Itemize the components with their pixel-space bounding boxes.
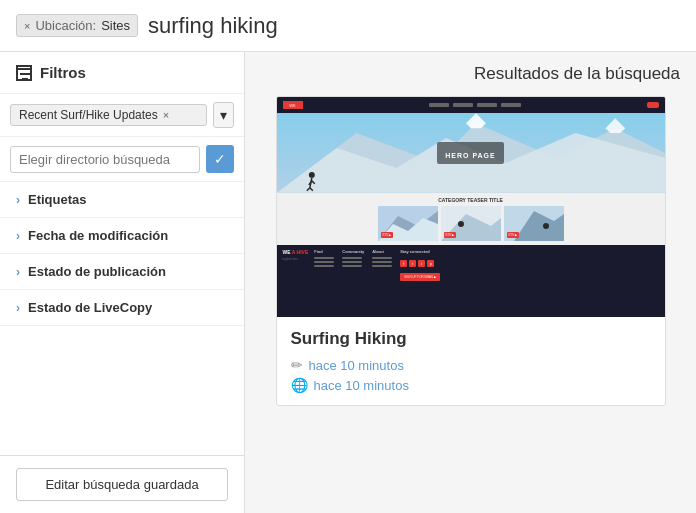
col-link	[342, 265, 362, 267]
filter-title: Filtros	[40, 64, 86, 81]
col-title-find: Find	[314, 249, 334, 254]
edit-time-link[interactable]: hace 10 minutos	[309, 358, 404, 373]
tag-label: Recent Surf/Hike Updates	[19, 108, 158, 122]
mini-nav-link	[453, 103, 473, 107]
store-col-find: Find	[314, 249, 334, 281]
instagram-icon: i	[418, 260, 425, 267]
col-title-about: About	[372, 249, 392, 254]
filter-item-label: Estado de LiveCopy	[28, 300, 152, 315]
active-filter-tag[interactable]: Recent Surf/Hike Updates ×	[10, 104, 207, 126]
mini-nav-links	[307, 103, 643, 107]
col-link	[342, 261, 362, 263]
sidebar: Filtros Recent Surf/Hike Updates × ▾ ✓ ›…	[0, 52, 245, 513]
store-columns: Find Community About	[314, 249, 658, 281]
main-layout: Filtros Recent Surf/Hike Updates × ▾ ✓ ›…	[0, 52, 696, 513]
filter-item-estado-de-livecopy[interactable]: ›Estado de LiveCopy	[0, 290, 244, 326]
store-logo: WE A HIVE	[283, 249, 309, 255]
col-link	[342, 257, 362, 259]
chevron-right-icon: ›	[16, 193, 20, 207]
search-confirm-button[interactable]: ✓	[206, 145, 234, 173]
hero-text: HERO PAGE	[445, 152, 496, 159]
category-title: CATEGORY TEASER TITLE	[283, 197, 659, 203]
chevron-down-icon: ▾	[220, 107, 227, 123]
chevron-right-icon: ›	[16, 301, 20, 315]
category-badge-3: BTN ▶	[507, 232, 520, 238]
content-area: Resultados de la búsqueda WE	[245, 52, 696, 513]
category-image-2: BTN ▶	[441, 206, 501, 241]
store-cta: SIGN UP FOR EMAIL ▶	[400, 273, 440, 281]
chevron-right-icon: ›	[16, 229, 20, 243]
store-col-about: About	[372, 249, 392, 281]
facebook-icon: f	[400, 260, 407, 267]
category-badge-1: BTN ▶	[381, 232, 394, 238]
tag-close-icon[interactable]: ×	[163, 109, 169, 121]
filter-item-label: Estado de publicación	[28, 264, 166, 279]
publish-time-link[interactable]: hace 10 minutos	[314, 378, 409, 393]
col-link	[314, 261, 334, 263]
search-row: ✓	[0, 137, 244, 182]
edit-saved-search-button[interactable]: Editar búsqueda guardada	[16, 468, 228, 501]
mini-nav-link	[501, 103, 521, 107]
card-info: Surfing Hiking ✏ hace 10 minutos 🌐 hace …	[277, 317, 665, 405]
filter-icon	[16, 65, 32, 81]
mini-search-icon	[647, 102, 659, 108]
edit-icon: ✏	[291, 357, 303, 373]
site-preview: WE	[277, 97, 665, 317]
checkmark-icon: ✓	[214, 151, 226, 167]
filter-item-fecha-de-modificación[interactable]: ›Fecha de modificación	[0, 218, 244, 254]
filter-items: ›Etiquetas›Fecha de modificación›Estado …	[0, 182, 244, 326]
results-title: Resultados de la búsqueda	[261, 64, 680, 84]
col-link	[372, 261, 392, 263]
tag-dropdown-button[interactable]: ▾	[213, 102, 234, 128]
col-title-social: Stay connected	[400, 249, 440, 254]
header: × Ubicación: Sites surfing hiking	[0, 0, 696, 52]
meta-publish-row: 🌐 hace 10 minutos	[291, 377, 651, 393]
filter-item-etiquetas[interactable]: ›Etiquetas	[0, 182, 244, 218]
card-title: Surfing Hiking	[291, 329, 651, 349]
col-link	[372, 257, 392, 259]
svg-point-19	[458, 221, 464, 227]
category-images: BTN ▶ BTN ▶	[283, 206, 659, 241]
col-link	[372, 265, 392, 267]
result-card: WE	[276, 96, 666, 406]
meta-edit-row: ✏ hace 10 minutos	[291, 357, 651, 373]
svg-point-8	[308, 172, 314, 178]
social-icons: f t i p	[400, 260, 440, 267]
svg-rect-0	[18, 68, 32, 70]
col-title-community: Community	[342, 249, 364, 254]
category-image-3: BTN ▶	[504, 206, 564, 241]
mini-nav: WE	[277, 97, 665, 113]
mini-nav-link	[429, 103, 449, 107]
pinterest-icon: p	[427, 260, 434, 267]
svg-rect-2	[22, 78, 28, 80]
sidebar-footer: Editar búsqueda guardada	[0, 455, 244, 513]
col-link	[314, 265, 334, 267]
location-tag[interactable]: × Ubicación: Sites	[16, 14, 138, 37]
tag-row: Recent Surf/Hike Updates × ▾	[0, 94, 244, 137]
search-title: surfing hiking	[148, 13, 278, 39]
category-image-1: BTN ▶	[378, 206, 438, 241]
location-close-icon[interactable]: ×	[24, 20, 30, 32]
twitter-icon: t	[409, 260, 416, 267]
mini-store: WE A HIVE tagline here Find Community	[277, 245, 665, 285]
filter-item-label: Etiquetas	[28, 192, 87, 207]
mini-logo: WE	[283, 101, 303, 109]
store-col-social: Stay connected f t i p SIGN UP FOR EMAIL…	[400, 249, 440, 281]
category-badge-2: BTN ▶	[444, 232, 457, 238]
svg-rect-1	[20, 73, 30, 75]
directory-search-input[interactable]	[10, 146, 200, 173]
svg-point-22	[543, 223, 549, 229]
store-col-community: Community	[342, 249, 364, 281]
card-meta: ✏ hace 10 minutos 🌐 hace 10 minutos	[291, 357, 651, 393]
globe-icon: 🌐	[291, 377, 308, 393]
col-link	[314, 257, 334, 259]
hero-text-box: HERO PAGE	[437, 142, 504, 164]
mini-category: CATEGORY TEASER TITLE BTN ▶	[277, 193, 665, 245]
filter-item-estado-de-publicación[interactable]: ›Estado de publicación	[0, 254, 244, 290]
filter-item-label: Fecha de modificación	[28, 228, 168, 243]
mini-nav-link	[477, 103, 497, 107]
chevron-right-icon: ›	[16, 265, 20, 279]
location-label: Ubicación:	[35, 18, 96, 33]
store-logo-colored: A HIVE	[292, 249, 308, 255]
location-value: Sites	[101, 18, 130, 33]
